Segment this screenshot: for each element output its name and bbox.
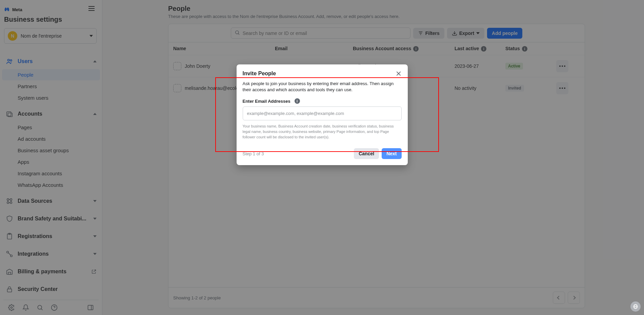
email-field-label: Enter Email Addresses i [243,98,402,104]
modal-overlay[interactable]: Invite People Ask people to join your bu… [0,0,644,315]
next-button[interactable]: Next [382,148,401,159]
disclaimer-text: Your business name, Business Account cre… [243,124,402,140]
modal-footer: Step 1 of 3 Cancel Next [237,142,408,165]
invite-people-modal: Invite People Ask people to join your bu… [237,64,408,165]
email-addresses-input[interactable] [243,106,402,120]
close-button[interactable] [394,69,403,78]
globe-icon [633,304,638,309]
step-indicator: Step 1 of 3 [243,151,351,156]
cancel-button[interactable]: Cancel [354,148,379,159]
modal-description: Ask people to join your business by ente… [243,81,402,93]
modal-title: Invite People [243,71,402,77]
modal-header: Invite People [237,64,408,81]
modal-body: Ask people to join your business by ente… [237,81,408,142]
info-icon[interactable]: i [295,98,300,104]
language-button[interactable] [630,301,641,312]
